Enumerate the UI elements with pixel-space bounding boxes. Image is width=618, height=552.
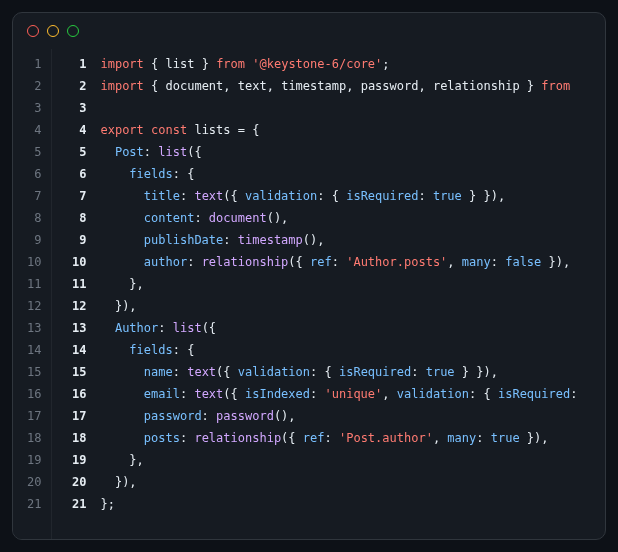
code-line[interactable]: 5 Post: list({: [62, 141, 595, 163]
token: Post: [115, 145, 144, 159]
code-line-content[interactable]: fields: {: [100, 163, 194, 185]
token: [100, 453, 129, 467]
code-line-content[interactable]: },: [100, 273, 143, 295]
token: fields: [129, 343, 172, 357]
token: }),: [527, 431, 549, 445]
code-line[interactable]: 12 }),: [62, 295, 595, 317]
token: from: [216, 57, 245, 71]
code-line[interactable]: 1import { list } from '@keystone-6/core'…: [62, 53, 595, 75]
gutter-line-number: 7: [27, 185, 41, 207]
code-line-content[interactable]: };: [100, 493, 114, 515]
token: :: [223, 233, 230, 247]
code-line-content[interactable]: name: text({ validation: { isRequired: t…: [100, 361, 498, 383]
code-line[interactable]: 2import { document, text, timestamp, pas…: [62, 75, 595, 97]
inline-line-number: 9: [62, 229, 86, 251]
token: [100, 189, 143, 203]
minimize-icon[interactable]: [47, 25, 59, 37]
token: [158, 57, 165, 71]
code-line-content[interactable]: title: text({ validation: { isRequired: …: [100, 185, 505, 207]
code-line[interactable]: 17 password: password(),: [62, 405, 595, 427]
token: document: [166, 79, 224, 93]
token: [418, 365, 425, 379]
token: };: [100, 497, 114, 511]
gutter-line-number: 3: [27, 97, 41, 119]
code-line-content[interactable]: import { document, text, timestamp, pass…: [100, 75, 570, 97]
token: '@keystone-6/core': [252, 57, 382, 71]
token: [231, 79, 238, 93]
code-line-content[interactable]: },: [100, 449, 143, 471]
token: [209, 409, 216, 423]
token: title: [144, 189, 180, 203]
inline-line-number: 6: [62, 163, 86, 185]
gutter-line-number: 2: [27, 75, 41, 97]
token: [483, 431, 490, 445]
code-content[interactable]: 1import { list } from '@keystone-6/core'…: [52, 49, 605, 519]
token: ,: [447, 255, 454, 269]
token: posts: [144, 431, 180, 445]
token: [144, 123, 151, 137]
token: ;: [382, 57, 389, 71]
code-line[interactable]: 16 email: text({ isIndexed: 'unique', va…: [62, 383, 595, 405]
code-line[interactable]: 9 publishDate: timestamp(),: [62, 229, 595, 251]
code-line-content[interactable]: [100, 97, 107, 119]
code-line[interactable]: 7 title: text({ validation: { isRequired…: [62, 185, 595, 207]
token: 'Post.author': [339, 431, 433, 445]
token: password: [216, 409, 274, 423]
token: validation: [397, 387, 469, 401]
code-line-content[interactable]: email: text({ isIndexed: 'unique', valid…: [100, 383, 577, 405]
token: {: [252, 123, 259, 137]
code-line-content[interactable]: }),: [100, 471, 136, 493]
token: {: [483, 387, 490, 401]
code-line-content[interactable]: publishDate: timestamp(),: [100, 229, 324, 251]
token: }: [202, 57, 209, 71]
token: text: [238, 79, 267, 93]
code-line[interactable]: 19 },: [62, 449, 595, 471]
token: [303, 255, 310, 269]
token: [324, 189, 331, 203]
gutter-line-number: 16: [27, 383, 41, 405]
token: timestamp: [238, 233, 303, 247]
code-line-content[interactable]: fields: {: [100, 339, 194, 361]
code-line[interactable]: 10 author: relationship({ ref: 'Author.p…: [62, 251, 595, 273]
code-line-content[interactable]: export const lists = {: [100, 119, 259, 141]
code-line[interactable]: 14 fields: {: [62, 339, 595, 361]
code-line[interactable]: 11 },: [62, 273, 595, 295]
token: (),: [303, 233, 325, 247]
code-line-content[interactable]: content: document(),: [100, 207, 288, 229]
inline-line-number: 2: [62, 75, 86, 97]
code-line[interactable]: 6 fields: {: [62, 163, 595, 185]
token: [100, 475, 114, 489]
inline-line-number: 12: [62, 295, 86, 317]
code-line-content[interactable]: }),: [100, 295, 136, 317]
code-scroll[interactable]: 1import { list } from '@keystone-6/core'…: [52, 49, 605, 539]
code-line[interactable]: 15 name: text({ validation: { isRequired…: [62, 361, 595, 383]
token: document: [209, 211, 267, 225]
code-line[interactable]: 4export const lists = {: [62, 119, 595, 141]
code-line[interactable]: 20 }),: [62, 471, 595, 493]
code-editor: 123456789101112131415161718192021 1impor…: [13, 49, 605, 539]
code-line-content[interactable]: import { list } from '@keystone-6/core';: [100, 53, 389, 75]
token: [144, 79, 151, 93]
token: :: [173, 343, 180, 357]
token: [100, 167, 129, 181]
token: relationship: [433, 79, 520, 93]
maximize-icon[interactable]: [67, 25, 79, 37]
token: [317, 365, 324, 379]
code-line[interactable]: 21};: [62, 493, 595, 515]
close-icon[interactable]: [27, 25, 39, 37]
code-line[interactable]: 13 Author: list({: [62, 317, 595, 339]
window-titlebar: [13, 13, 605, 49]
code-line-content[interactable]: Author: list({: [100, 317, 216, 339]
token: lists: [194, 123, 230, 137]
gutter-line-number: 9: [27, 229, 41, 251]
code-line[interactable]: 8 content: document(),: [62, 207, 595, 229]
code-line-content[interactable]: Post: list({: [100, 141, 201, 163]
token: [520, 431, 527, 445]
code-line[interactable]: 18 posts: relationship({ ref: 'Post.auth…: [62, 427, 595, 449]
token: ({: [216, 365, 230, 379]
code-line[interactable]: 3: [62, 97, 595, 119]
code-line-content[interactable]: posts: relationship({ ref: 'Post.author'…: [100, 427, 548, 449]
code-line-content[interactable]: password: password(),: [100, 405, 295, 427]
code-line-content[interactable]: author: relationship({ ref: 'Author.post…: [100, 251, 570, 273]
token: :: [202, 409, 209, 423]
